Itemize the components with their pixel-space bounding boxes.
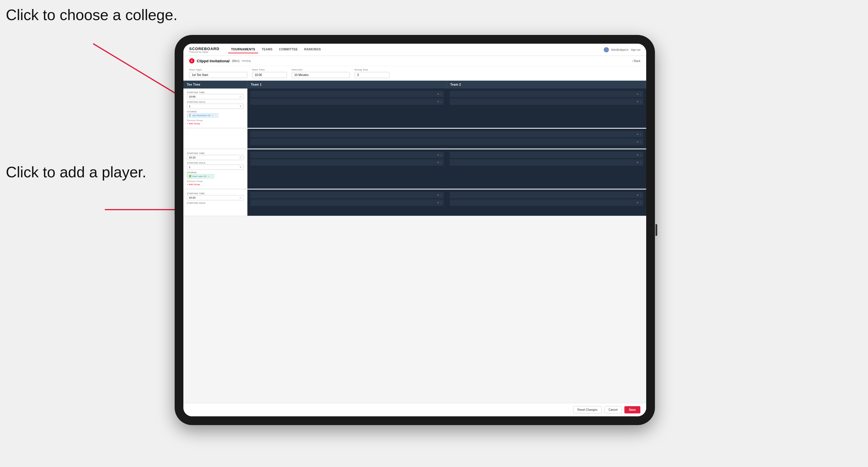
course-label-1: COURSE: bbox=[187, 111, 244, 113]
save-button[interactable]: Save bbox=[624, 406, 640, 413]
tablet-side-button bbox=[655, 224, 657, 236]
remove-group-2[interactable]: Remove Group bbox=[187, 180, 244, 183]
page-title-row: C Clippd Invitational (Men) Hosting bbox=[189, 58, 251, 63]
team2-slot-1a[interactable]: ✕ ⋮ bbox=[450, 91, 643, 97]
team1-slot-1a[interactable]: ✕ ⋮ bbox=[250, 91, 444, 97]
course-tag-2[interactable]: 🌿 East Lake GC ✕ ⋮ bbox=[187, 174, 214, 179]
nav-teams[interactable]: TEAMS bbox=[259, 46, 276, 53]
course-row-1: ✕ ⋮ ✕ ⋮ bbox=[183, 129, 646, 149]
schedule-row-1: STARTING TIME: 10:00 ⏱ STARTING HOLE: 1 … bbox=[183, 89, 646, 128]
team2-slot-1b[interactable]: ✕ ⋮ bbox=[450, 98, 643, 105]
intervals-select[interactable]: 10 Minutes bbox=[292, 72, 350, 78]
col-team1: Team 1 bbox=[247, 81, 447, 89]
brand-title: SCOREBOARD bbox=[189, 46, 219, 51]
hole-arrows-2: ⇅ bbox=[240, 166, 242, 168]
starting-hole-input-1[interactable]: 1 ⇅ bbox=[187, 104, 244, 109]
team2-panel-2: ✕ ⋮ ✕ ⋮ bbox=[447, 149, 646, 189]
start-time-select[interactable]: 10:00 bbox=[252, 72, 287, 78]
start-type-label: Start Type bbox=[189, 68, 247, 71]
team1-panel-3: ✕ ⋮ ✕ ⋮ bbox=[247, 190, 447, 216]
starting-hole-input-2[interactable]: 1 ⇅ bbox=[187, 164, 244, 170]
starting-time-input-2[interactable]: 10:10 ⏱ bbox=[187, 155, 244, 160]
starting-time-label-3: STARTING TIME: bbox=[187, 192, 244, 194]
start-time-label: Start Time bbox=[252, 68, 287, 71]
starting-hole-label-3: STARTING HOLE: bbox=[187, 202, 244, 204]
group-size-select[interactable]: 3 bbox=[354, 72, 390, 78]
user-avatar bbox=[604, 47, 609, 53]
starting-hole-label-1: STARTING HOLE: bbox=[187, 101, 244, 103]
slot-x-1b: ✕ ⋮ bbox=[437, 100, 442, 103]
remove-group-1[interactable]: Remove Group bbox=[187, 119, 244, 122]
controls-row: Start Type 1st Tee Start Start Time 10:0… bbox=[183, 66, 646, 81]
nav-bar: SCOREBOARD Powered by clippd TOURNAMENTS… bbox=[183, 44, 646, 56]
team2-slot-2b[interactable]: ✕ ⋮ bbox=[450, 159, 643, 166]
hosting-badge: Hosting bbox=[242, 59, 251, 62]
clock-icon-3: ⏱ bbox=[239, 196, 242, 199]
team1-slot-2b[interactable]: ✕ ⋮ bbox=[250, 159, 444, 166]
course-remove-2[interactable]: ✕ bbox=[208, 175, 210, 178]
brand: SCOREBOARD Powered by clippd bbox=[189, 46, 219, 53]
tee-settings-2: STARTING TIME: 10:10 ⏱ STARTING HOLE: 1 … bbox=[183, 149, 247, 189]
team2-slot-2a[interactable]: ✕ ⋮ bbox=[450, 152, 643, 158]
team2-slot-3a[interactable]: ✕ ⋮ bbox=[450, 192, 643, 198]
course-tag-1[interactable]: 🏌 (A) Peachtree GC ✕ ⋮ bbox=[187, 113, 218, 118]
add-group-1[interactable]: + Add Group bbox=[187, 122, 244, 125]
course-remove-1[interactable]: ✕ bbox=[212, 115, 214, 117]
nav-links: TOURNAMENTS TEAMS COMMITTEE RANKINGS bbox=[228, 46, 598, 53]
schedule-header: Tee Time Team 1 Team 2 bbox=[183, 81, 646, 89]
reset-button[interactable]: Reset Changes bbox=[573, 406, 602, 413]
back-button[interactable]: ‹ Back bbox=[632, 59, 640, 63]
team2-panel-3: ✕ ⋮ ✕ ⋮ bbox=[447, 190, 646, 216]
nav-committee[interactable]: COMMITTEE bbox=[276, 46, 301, 53]
starting-time-input-3[interactable]: 10:20 ⏱ bbox=[187, 195, 244, 200]
col-team2: Team 2 bbox=[447, 81, 646, 89]
annotation-add-player: Click to add a player. bbox=[6, 163, 147, 181]
team1-course-slot-a[interactable]: ✕ ⋮ bbox=[250, 131, 643, 137]
start-type-select[interactable]: 1st Tee Start bbox=[189, 72, 247, 78]
starting-time-label-2: STARTING TIME: bbox=[187, 152, 244, 154]
tee-settings-1: STARTING TIME: 10:00 ⏱ STARTING HOLE: 1 … bbox=[183, 89, 247, 128]
hole-arrows-1: ⇅ bbox=[240, 105, 242, 108]
add-group-2[interactable]: + Add Group bbox=[187, 183, 244, 186]
team1-course-slot-b[interactable]: ✕ ⋮ bbox=[250, 138, 643, 145]
intervals-control: Intervals 10 Minutes bbox=[292, 68, 350, 78]
start-time-control: Start Time 10:00 bbox=[252, 68, 287, 78]
team1-slot-3a[interactable]: ✕ ⋮ bbox=[250, 192, 444, 198]
starting-time-label-1: STARTING TIME: bbox=[187, 91, 244, 93]
slot2-x-1b: ✕ ⋮ bbox=[637, 100, 642, 103]
nav-right: blair@clippd.io Sign out bbox=[604, 47, 640, 53]
clock-icon-2: ⏱ bbox=[239, 156, 242, 159]
team1-slot-3b[interactable]: ✕ ⋮ bbox=[250, 199, 444, 206]
starting-hole-label-2: STARTING HOLE: bbox=[187, 162, 244, 164]
intervals-label: Intervals bbox=[292, 68, 350, 71]
course-edit-1[interactable]: ⋮ bbox=[215, 115, 217, 117]
starting-time-input-1[interactable]: 10:00 ⏱ bbox=[187, 94, 244, 99]
slot-x-1a: ✕ ⋮ bbox=[437, 93, 442, 95]
content-area[interactable]: STARTING TIME: 10:00 ⏱ STARTING HOLE: 1 … bbox=[183, 89, 646, 403]
tee-settings-3: STARTING TIME: 10:20 ⏱ STARTING HOLE: bbox=[183, 190, 247, 216]
team1-slot-2a[interactable]: ✕ ⋮ bbox=[250, 152, 444, 158]
nav-tournaments[interactable]: TOURNAMENTS bbox=[228, 46, 258, 53]
sign-out-link[interactable]: Sign out bbox=[631, 48, 640, 51]
tablet-screen: SCOREBOARD Powered by clippd TOURNAMENTS… bbox=[183, 44, 646, 416]
cancel-button[interactable]: Cancel bbox=[604, 406, 622, 413]
nav-rankings[interactable]: RANKINGS bbox=[301, 46, 324, 53]
clock-icon-1: ⏱ bbox=[239, 95, 242, 98]
course-tag-container-2: 🌿 East Lake GC ✕ ⋮ bbox=[187, 174, 244, 179]
slot2-x-1a: ✕ ⋮ bbox=[637, 93, 642, 95]
team2-slot-3b[interactable]: ✕ ⋮ bbox=[450, 199, 643, 206]
group-size-control: Group Size 3 bbox=[354, 68, 390, 78]
course-edit-2[interactable]: ⋮ bbox=[211, 175, 213, 178]
user-email: blair@clippd.io bbox=[611, 48, 628, 51]
annotation-choose-college: Click to choose a college. bbox=[6, 6, 178, 24]
tablet-frame: SCOREBOARD Powered by clippd TOURNAMENTS… bbox=[175, 35, 655, 425]
schedule-row-3: STARTING TIME: 10:20 ⏱ STARTING HOLE: ✕ … bbox=[183, 190, 646, 216]
start-type-control: Start Type 1st Tee Start bbox=[189, 68, 247, 78]
page-title: Clippd Invitational bbox=[197, 59, 230, 63]
team1-panel-1: ✕ ⋮ ✕ ⋮ bbox=[247, 89, 447, 128]
schedule-row-2: STARTING TIME: 10:10 ⏱ STARTING HOLE: 1 … bbox=[183, 149, 646, 189]
team1-panel-2: ✕ ⋮ ✕ ⋮ bbox=[247, 149, 447, 189]
team1-slot-1b[interactable]: ✕ ⋮ bbox=[250, 98, 444, 105]
group-size-label: Group Size bbox=[354, 68, 390, 71]
team1-course-row: ✕ ⋮ ✕ ⋮ bbox=[247, 129, 646, 149]
